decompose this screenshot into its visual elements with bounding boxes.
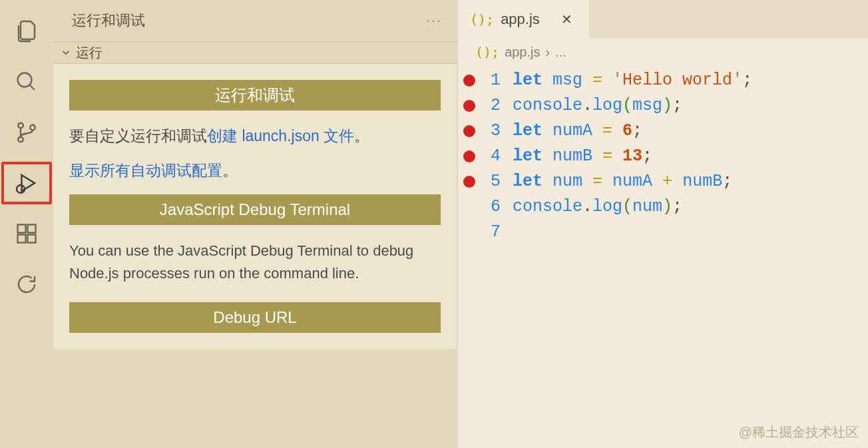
code-content[interactable]: let msg = 'Hello world';console.log(msg)… bbox=[513, 68, 868, 245]
line-number: 6 bbox=[481, 194, 501, 220]
js-debug-terminal-button[interactable]: JavaScript Debug Terminal bbox=[69, 194, 441, 225]
js-file-icon: (); bbox=[470, 11, 494, 27]
line-number: 7 bbox=[481, 220, 501, 245]
sidebar-more-icon[interactable]: ··· bbox=[426, 12, 442, 29]
line-number: 3 bbox=[481, 118, 501, 144]
breadcrumb-more: ... bbox=[555, 45, 566, 60]
run-debug-icon bbox=[15, 171, 39, 195]
svg-rect-6 bbox=[18, 225, 26, 233]
code-line[interactable]: console.log(num); bbox=[513, 194, 868, 220]
activity-files[interactable] bbox=[1, 10, 52, 53]
breakpoint-gutter[interactable] bbox=[458, 68, 481, 245]
js-file-icon: (); bbox=[475, 44, 499, 60]
show-auto-config-link[interactable]: 显示所有自动调试配置 bbox=[69, 162, 222, 179]
svg-point-2 bbox=[18, 123, 23, 128]
run-panel: 运行和调试 要自定义运行和调试创建 launch.json 文件。 显示所有自动… bbox=[53, 64, 457, 349]
line-number: 1 bbox=[481, 68, 501, 93]
show-auto-config-row: 显示所有自动调试配置。 bbox=[69, 160, 441, 181]
run-sidebar: 运行和调试 ··· 运行 运行和调试 要自定义运行和调试创建 launch.js… bbox=[53, 0, 458, 448]
svg-point-4 bbox=[30, 125, 35, 130]
create-launch-link[interactable]: 创建 launch.json 文件 bbox=[207, 127, 354, 144]
breadcrumb-file: app.js bbox=[505, 45, 540, 60]
code-line[interactable]: let numA = 6; bbox=[513, 118, 868, 144]
code-line[interactable]: console.log(msg); bbox=[513, 93, 868, 118]
svg-line-1 bbox=[30, 85, 35, 91]
breadcrumb[interactable]: (); app.js › ... bbox=[458, 39, 868, 65]
activity-timeline[interactable] bbox=[1, 263, 52, 306]
section-header-run[interactable]: 运行 bbox=[53, 41, 458, 64]
git-branch-icon bbox=[15, 120, 39, 144]
customize-text: 要自定义运行和调试创建 launch.json 文件。 bbox=[69, 125, 441, 146]
code-line[interactable]: let numB = 13; bbox=[513, 144, 868, 169]
search-icon bbox=[15, 70, 39, 94]
sidebar-title: 运行和调试 bbox=[72, 11, 145, 31]
tab-label: app.js bbox=[501, 11, 540, 28]
line-number: 4 bbox=[481, 144, 501, 169]
svg-rect-7 bbox=[18, 235, 26, 243]
line-number-gutter: 1234567 bbox=[481, 68, 513, 245]
chevron-right-icon: › bbox=[546, 45, 550, 60]
activity-run-debug[interactable] bbox=[1, 162, 52, 204]
svg-rect-8 bbox=[28, 235, 36, 243]
code-line[interactable] bbox=[513, 220, 868, 245]
refresh-icon bbox=[15, 272, 39, 296]
js-terminal-description: You can use the JavaScript Debug Termina… bbox=[69, 240, 441, 285]
code-line[interactable]: let num = numA + numB; bbox=[513, 169, 868, 194]
line-number: 5 bbox=[481, 169, 501, 194]
sidebar-header: 运行和调试 ··· bbox=[53, 0, 458, 41]
breakpoint-dot[interactable] bbox=[463, 150, 475, 162]
activity-extensions[interactable] bbox=[1, 212, 52, 255]
svg-point-0 bbox=[18, 73, 32, 87]
activity-bar bbox=[0, 0, 53, 448]
activity-search[interactable] bbox=[1, 61, 52, 103]
breakpoint-dot[interactable] bbox=[463, 176, 475, 188]
watermark: @稀土掘金技术社区 bbox=[739, 423, 859, 441]
line-number: 2 bbox=[481, 93, 501, 118]
breakpoint-dot[interactable] bbox=[463, 100, 475, 112]
svg-rect-9 bbox=[28, 225, 36, 233]
activity-source-control[interactable] bbox=[1, 111, 52, 154]
chevron-down-icon bbox=[60, 47, 72, 59]
tab-bar: (); app.js ✕ bbox=[458, 0, 868, 39]
extensions-icon bbox=[15, 222, 39, 246]
breakpoint-dot[interactable] bbox=[463, 75, 475, 87]
debug-url-button[interactable]: Debug URL bbox=[69, 302, 441, 333]
breakpoint-dot[interactable] bbox=[463, 125, 475, 137]
tab-app-js[interactable]: (); app.js ✕ bbox=[458, 0, 589, 39]
code-line[interactable]: let msg = 'Hello world'; bbox=[513, 68, 868, 93]
run-and-debug-button[interactable]: 运行和调试 bbox=[69, 80, 441, 111]
editor-area: (); app.js ✕ (); app.js › ... 1234567 le… bbox=[458, 0, 868, 448]
section-label: 运行 bbox=[76, 44, 103, 62]
close-icon[interactable]: ✕ bbox=[561, 13, 573, 25]
svg-point-3 bbox=[18, 137, 23, 142]
code-editor[interactable]: 1234567 let msg = 'Hello world';console.… bbox=[458, 65, 868, 245]
files-icon bbox=[15, 19, 39, 43]
